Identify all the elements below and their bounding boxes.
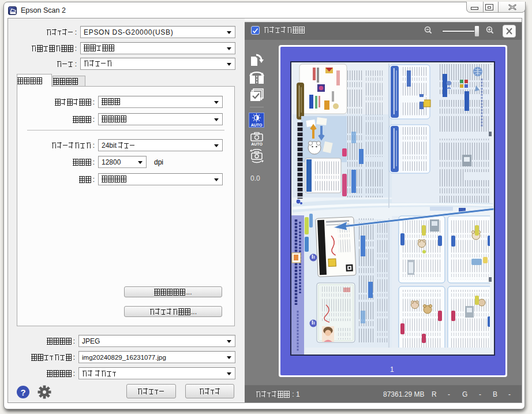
svg-text:AUTO: AUTO	[251, 142, 263, 146]
svg-text:AUTO: AUTO	[251, 123, 263, 127]
